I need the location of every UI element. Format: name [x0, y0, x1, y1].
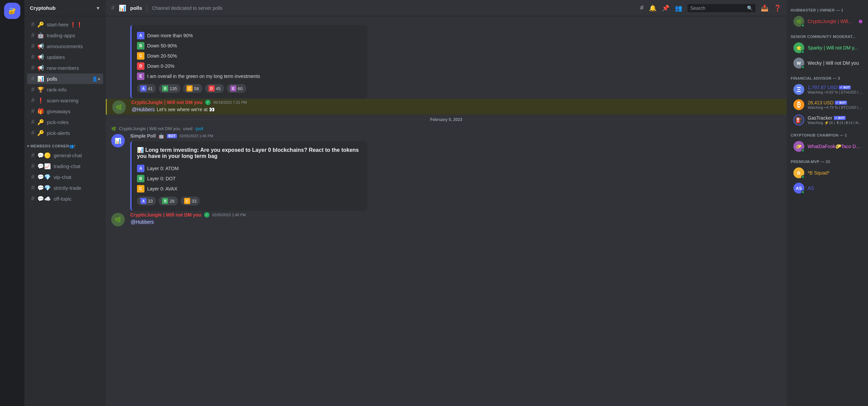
avatar-cj2[interactable]: 🌿 — [111, 213, 125, 226]
member-avatar-as: AS — [793, 183, 804, 194]
sidebar-item-pick-alerts[interactable]: # 🔑 pick-alerts — [27, 128, 103, 138]
hash-icon: # — [31, 163, 35, 170]
vote-badge-c2[interactable]: C 33 — [181, 197, 200, 205]
sidebar-item-vip-chat[interactable]: # 💬💎 vip-chat — [27, 172, 103, 182]
member-name-sparky: Sparky | Will not DM y... — [808, 45, 858, 50]
bot-badge: BOT — [167, 134, 177, 138]
vote-badge-d[interactable]: D 45 — [205, 84, 224, 93]
search-box[interactable]: Search 🔍 — [688, 4, 755, 12]
sidebar-item-off-topic[interactable]: # 💬☁️ off-topic — [27, 194, 103, 204]
topbar-channel-description: Channel dedicated to server polls — [152, 5, 222, 11]
sidebar-item-scam-warning[interactable]: # ❗ scam-warning — [27, 95, 103, 106]
members-icon[interactable]: 👥 — [675, 4, 682, 12]
help-icon[interactable]: ❓ — [774, 4, 781, 12]
sidebar-item-pick-roles[interactable]: # 🔑 pick-roles — [27, 117, 103, 127]
system-msg-command: /poll — [195, 126, 203, 131]
mute-icon[interactable]: 🔔 — [649, 4, 656, 12]
avatar-simple-poll[interactable]: 📊 — [111, 134, 125, 147]
vote-badge-b[interactable]: B 135 — [159, 84, 180, 93]
message-timestamp-msg2: 02/05/2023 1:46 PM — [212, 213, 246, 217]
option-letter-b: B — [137, 42, 144, 49]
member-item-gas-tracker[interactable]: ⛽ GasTracker ✓ BOT Watching ⚡16 | ⬆14 |⬆… — [789, 113, 865, 127]
vote-badge-b2[interactable]: B 26 — [159, 197, 178, 205]
hash-icon: # — [31, 75, 35, 82]
messages-area[interactable]: A Down more than 90% B Down 50-90% C Dow… — [106, 16, 787, 406]
inbox-icon[interactable]: 📥 — [761, 4, 768, 12]
sidebar-item-polls[interactable]: # 📊 polls 👤+ — [27, 74, 103, 84]
member-item-wecky[interactable]: W Wecky | Will not DM you — [789, 56, 865, 70]
chevron-down-icon: ▼ — [96, 5, 100, 11]
member-item-whatdafook[interactable]: 🌮 WhatDaFook🌮Taco D... — [789, 139, 865, 154]
message-header-poll2: Simple Poll 🤖 BOT 02/05/2023 1:46 PM — [130, 133, 781, 139]
member-item-sparky[interactable]: 🌟 Sparky | Will not DM y... — [789, 40, 865, 55]
sidebar-item-new-members[interactable]: # 📢 new-members — [27, 63, 103, 73]
status-online-dot — [801, 65, 805, 69]
poll-option-c: C Layer 0: AVAX — [137, 184, 362, 194]
hash-icon: # — [31, 108, 35, 115]
bot-tag: ✓ BOT — [834, 116, 846, 120]
hash-icon: # — [31, 97, 35, 104]
channel-list: # 🔑 start-here ❗❗ # 🤖 trading-apps # 📢 a… — [24, 16, 106, 406]
member-avatar-btc: ₿ — [793, 99, 804, 110]
vote-badge-a2[interactable]: A 33 — [137, 197, 156, 205]
poll-option: E I am overall in the green on my long t… — [137, 71, 362, 81]
poll-option: B Down 50-90% — [137, 41, 362, 51]
sidebar-item-announcements[interactable]: # 📢 announcements — [27, 41, 103, 52]
sidebar-item-rank-info[interactable]: # 🏆 rank-info — [27, 84, 103, 95]
server-name-header[interactable]: Cryptohub ▼ — [24, 0, 106, 16]
members-sidebar: HUBMASTER | OWNER — 1 🌿 CrypticJungle | … — [787, 0, 868, 406]
status-online-dot — [801, 175, 805, 179]
server-sidebar: 🔐 — [0, 0, 24, 406]
member-name-whatdafook: WhatDaFook🌮Taco D... — [808, 144, 860, 149]
member-name-bsquad: *B Squad* — [808, 170, 830, 176]
poll2-votes: A 33 B 26 C 33 — [137, 197, 362, 205]
hash-icon: # — [31, 129, 35, 137]
category-members-corner[interactable]: ▾ MEMBERS CORNER👥! — [24, 139, 106, 150]
member-item-eth-bot[interactable]: Ξ 1,797.87 USD ✓ BOT Watching +0.82 % | … — [789, 82, 865, 97]
member-item-as[interactable]: AS AS — [789, 181, 865, 196]
vote-badge-e[interactable]: E 60 — [227, 84, 246, 93]
sidebar-item-giveaways[interactable]: # 🎁 giveaways — [27, 106, 103, 117]
message-author-msg2[interactable]: CrypticJungle | Will not DM you — [130, 212, 201, 218]
message-group-poll1-options: A Down more than 90% B Down 50-90% C Dow… — [106, 22, 787, 99]
vote-badge-a[interactable]: A 41 — [137, 84, 156, 93]
server-icon[interactable]: 🔐 — [4, 3, 20, 19]
poll1-votes: A 41 B 135 C 58 D 45 — [137, 84, 362, 93]
avatar-cj[interactable]: 🌿 — [112, 100, 126, 114]
sidebar-item-updates[interactable]: # 📢 updates — [27, 52, 103, 62]
vote-badge-c[interactable]: C 58 — [183, 84, 202, 93]
sidebar-item-strictly-trade[interactable]: # 💬💎 strictly-trade — [27, 183, 103, 193]
member-item-bsquad[interactable]: B *B Squad* — [789, 165, 865, 180]
status-online-dot — [801, 149, 805, 152]
message-group-msg1: 🌿 CrypticJungle | Will not DM you ✓ 06/1… — [106, 99, 787, 115]
sidebar-item-trading-apps[interactable]: # 🤖 trading-apps — [27, 30, 103, 41]
member-category-financial: FINANCIAL ADVISOR — 3 — [787, 71, 868, 82]
poll-option-b: B Layer 0: DOT — [137, 174, 362, 184]
pin-icon[interactable]: 📌 — [662, 4, 669, 12]
topbar: # 📊 polls | Channel dedicated to server … — [106, 0, 787, 16]
add-member-icon[interactable]: 👤+ — [92, 76, 100, 82]
member-avatar-sparky: 🌟 — [793, 42, 804, 53]
poll-option: A Down more than 90% — [137, 31, 362, 41]
message-author[interactable]: CrypticJungle | Will not DM you — [131, 100, 202, 105]
sidebar-item-start-here[interactable]: # 🔑 start-here ❗❗ — [27, 19, 103, 30]
message-content-msg2: CrypticJungle | Will not DM you ✓ 02/05/… — [130, 212, 781, 226]
hash-icon: # — [31, 152, 35, 159]
main-content: # 📊 polls | Channel dedicated to server … — [106, 0, 787, 406]
threads-icon[interactable]: # — [640, 4, 644, 12]
message-timestamp-poll2: 02/05/2023 1:46 PM — [180, 134, 213, 138]
status-online-dot — [801, 190, 805, 194]
channel-name-label: polls — [47, 76, 57, 82]
member-name-as: AS — [808, 185, 814, 191]
hash-icon: # — [31, 174, 35, 181]
hash-icon: # — [31, 43, 35, 50]
member-item-btc-bot[interactable]: ₿ 28,413 USD ✓ BOT Watching +4.79 % | BT… — [789, 97, 865, 112]
sidebar-item-general-chat[interactable]: # 💬🟡 general-chat — [27, 150, 103, 161]
member-item-cj[interactable]: 🌿 CrypticJungle | Will... 🟣 — [789, 14, 865, 29]
poll-option: D Down 0-20% — [137, 61, 362, 71]
sidebar-item-trading-chat[interactable]: # 💬📈 trading-chat — [27, 161, 103, 171]
hash-icon: # — [31, 184, 35, 191]
system-message: 🌿 CrypticJungle | Will not DM you used /… — [106, 125, 787, 133]
status-online-dot — [801, 24, 805, 27]
message-author-bot[interactable]: Simple Poll — [130, 133, 156, 139]
